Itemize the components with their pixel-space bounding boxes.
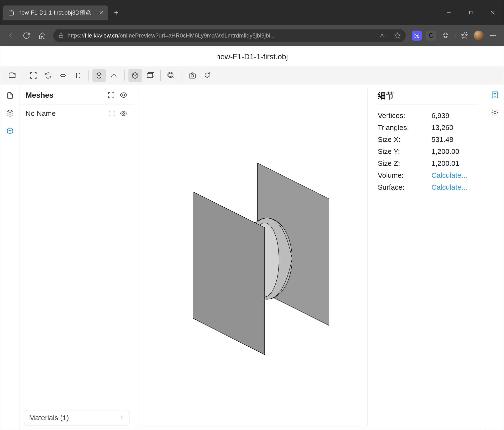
sizez-label: Size Z: <box>378 159 432 168</box>
orbit-button[interactable] <box>56 69 70 82</box>
mesh-item-name: No Name <box>26 109 105 118</box>
sizey-value: 1,200.00 <box>432 147 459 156</box>
tab-details[interactable] <box>490 90 500 100</box>
favorites-bar-button[interactable] <box>459 31 469 41</box>
sizex-label: Size X: <box>378 135 432 144</box>
reader-mode-button[interactable]: A﹚ <box>380 32 387 39</box>
screenshot-button[interactable] <box>186 69 199 82</box>
url-host: file.kkview.cn <box>85 32 118 39</box>
sizez-value: 1,200.01 <box>432 159 459 168</box>
browser-address-bar: https://file.kkview.cn/onlinePreview?url… <box>0 25 504 46</box>
window-minimize-button[interactable] <box>438 6 460 19</box>
volume-label: Volume: <box>378 171 432 179</box>
fit-mesh-icon[interactable] <box>107 109 117 118</box>
vertices-label: Vertices: <box>378 112 432 120</box>
svg-point-16 <box>494 112 496 114</box>
new-tab-button[interactable]: + <box>111 8 121 17</box>
meshes-panel: Meshes No Name Materials (1) <box>20 84 134 430</box>
window-maximize-button[interactable] <box>460 6 482 19</box>
left-tab-strip <box>0 84 20 430</box>
extension-button-2[interactable] <box>426 31 436 41</box>
tab-settings[interactable] <box>490 108 500 118</box>
sync-button[interactable] <box>42 69 55 82</box>
tab-close-icon[interactable] <box>98 9 104 16</box>
measure-button[interactable] <box>107 69 120 82</box>
3d-viewport[interactable] <box>138 88 368 426</box>
svg-point-10 <box>123 112 125 114</box>
divider <box>455 31 455 40</box>
details-title: 细节 <box>378 90 479 105</box>
svg-point-9 <box>123 94 125 96</box>
zoom-button[interactable] <box>164 69 178 82</box>
panel-title: Meshes <box>26 91 104 100</box>
url-input[interactable]: https://file.kkview.cn/onlinePreview?url… <box>53 29 406 42</box>
sizex-value: 531.48 <box>432 135 453 144</box>
export-button[interactable] <box>200 69 214 82</box>
chevron-right-icon <box>119 414 125 422</box>
profile-avatar[interactable] <box>474 31 484 41</box>
surface-calculate-link[interactable]: Calculate... <box>432 183 467 191</box>
tab-materials[interactable] <box>5 108 15 119</box>
shading-fixed-button[interactable] <box>92 69 106 82</box>
visibility-mesh-icon[interactable] <box>119 109 128 118</box>
flip-vertical-button[interactable] <box>71 69 84 82</box>
surface-label: Surface: <box>378 183 432 191</box>
file-name-header: new-F1-D1-1-first.obj <box>0 46 504 66</box>
svg-point-2 <box>491 35 492 36</box>
viewer-toolbar <box>0 66 504 84</box>
svg-point-4 <box>495 35 496 36</box>
triangles-value: 13,260 <box>432 123 453 132</box>
lock-icon <box>58 32 64 39</box>
tab-meshes[interactable] <box>5 126 15 136</box>
url-scheme: https:// <box>68 32 85 39</box>
fit-all-icon[interactable] <box>107 90 116 100</box>
url-path: /onlinePreview?url=aHR0cHM6Ly9maWxlLmtrd… <box>118 32 275 39</box>
window-close-button[interactable] <box>482 6 504 19</box>
triangles-label: Triangles: <box>378 123 432 132</box>
extension-button-1[interactable] <box>412 31 422 41</box>
svg-rect-0 <box>469 11 472 14</box>
volume-calculate-link[interactable]: Calculate... <box>432 171 467 179</box>
right-tab-strip <box>486 84 504 430</box>
open-file-button[interactable] <box>6 69 19 82</box>
svg-marker-14 <box>193 192 265 355</box>
materials-label: Materials (1) <box>29 414 69 422</box>
nav-back-button[interactable] <box>6 31 16 40</box>
tab-files[interactable] <box>5 90 15 101</box>
svg-point-3 <box>493 35 494 36</box>
details-panel: 细节 Vertices: 6,939 Triangles: 13,260 Siz… <box>371 84 486 430</box>
browser-titlebar: new-F1-D1-1-first.obj3D预览 + <box>0 0 504 25</box>
materials-toggle[interactable]: Materials (1) <box>24 410 130 425</box>
3d-model <box>169 156 336 367</box>
file-icon <box>8 9 15 16</box>
tab-title: new-F1-D1-1-first.obj3D预览 <box>18 9 91 17</box>
nav-home-button[interactable] <box>37 31 47 40</box>
vertices-value: 6,939 <box>432 112 449 120</box>
mesh-item[interactable]: No Name <box>20 104 134 122</box>
visibility-all-icon[interactable] <box>119 90 128 100</box>
browser-tab[interactable]: new-F1-D1-1-first.obj3D预览 <box>3 6 108 20</box>
view-solid-button[interactable] <box>128 69 142 82</box>
svg-point-8 <box>191 75 194 77</box>
nav-refresh-button[interactable] <box>22 31 31 40</box>
fit-view-button[interactable] <box>27 69 40 82</box>
svg-rect-1 <box>59 35 63 38</box>
svg-point-5 <box>169 73 172 76</box>
sizey-label: Size Y: <box>378 147 432 156</box>
view-wireframe-button[interactable] <box>143 69 157 82</box>
browser-menu-button[interactable] <box>488 31 498 41</box>
favorite-icon[interactable] <box>394 32 401 39</box>
extensions-menu-button[interactable] <box>441 31 450 41</box>
